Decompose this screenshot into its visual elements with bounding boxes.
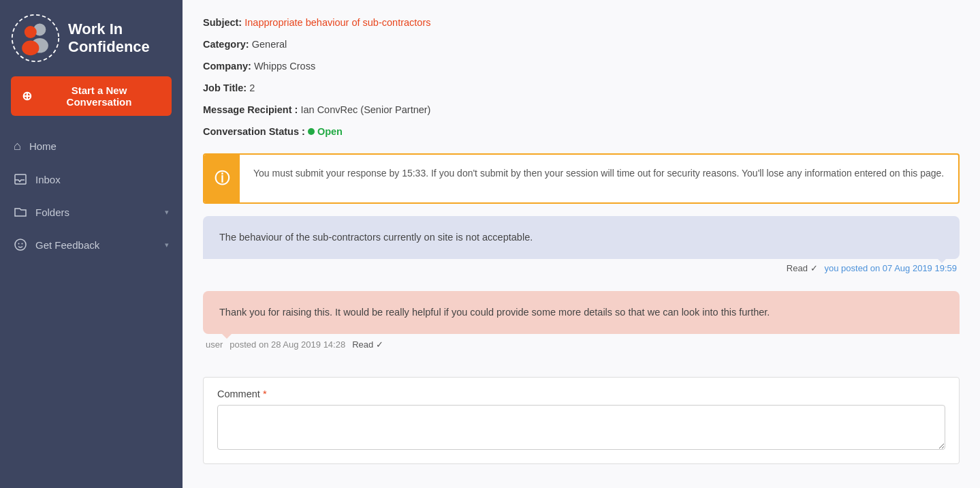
smiley-icon	[14, 238, 27, 251]
sidebar-item-inbox-label: Inbox	[35, 174, 61, 185]
comment-label-text: Comment	[217, 388, 260, 399]
received-posted-label: posted on 28 Aug 2019 14:28	[230, 339, 345, 350]
logo-text: Work In Confidence	[68, 20, 150, 57]
category-label: Category:	[203, 39, 249, 50]
svg-point-7	[18, 243, 20, 245]
message-sent-text: The behaviour of the sub-contractors cur…	[219, 232, 533, 243]
svg-point-3	[25, 26, 37, 38]
posted-time-sent: you posted on 07 Aug 2019 19:59	[825, 263, 957, 273]
svg-point-4	[22, 41, 39, 56]
read-label-sent: Read ✓	[787, 263, 818, 273]
messages-area: The behaviour of the sub-contractors cur…	[203, 216, 960, 361]
svg-point-8	[22, 243, 23, 245]
status-dot	[308, 128, 315, 135]
sidebar-item-home[interactable]: ⌂ Home	[0, 129, 183, 163]
recipient-line: Message Recipient : Ian ConvRec (Senior …	[203, 101, 960, 119]
comment-input[interactable]	[217, 405, 945, 450]
message-sent-meta: Read ✓ you posted on 07 Aug 2019 19:59	[203, 259, 960, 284]
recipient-label: Message Recipient :	[203, 104, 298, 115]
warning-text: You must submit your response by 15:33. …	[240, 155, 958, 192]
received-user-label: user	[206, 339, 223, 350]
sidebar: Work In Confidence ⊕ Start a New Convers…	[0, 0, 183, 488]
recipient-value: Ian ConvRec (Senior Partner)	[300, 104, 430, 115]
home-icon: ⌂	[14, 139, 21, 153]
sidebar-item-inbox[interactable]: Inbox	[0, 163, 183, 196]
warning-icon: ⓘ	[215, 168, 230, 189]
company-label: Company:	[203, 61, 251, 72]
subject-value: Inappropriate behaviour of sub-contracto…	[244, 17, 430, 28]
main-content: Subject: Inappropriate behaviour of sub-…	[183, 0, 980, 488]
message-received: Thank you for raising this. It would be …	[203, 291, 960, 334]
folder-icon	[14, 205, 27, 219]
jobtitle-value: 2	[249, 82, 255, 93]
message-received-text: Thank you for raising this. It would be …	[219, 307, 770, 318]
svg-point-0	[12, 15, 59, 61]
jobtitle-label: Job Title:	[203, 82, 247, 93]
warning-box: ⓘ You must submit your response by 15:33…	[203, 153, 960, 204]
svg-rect-5	[15, 174, 26, 184]
warning-icon-area: ⓘ	[204, 155, 240, 202]
sidebar-item-folders-label: Folders	[35, 207, 69, 218]
sidebar-item-home-label: Home	[29, 140, 57, 152]
status-label: Conversation Status :	[203, 126, 305, 137]
new-conversation-label: Start a New Conversation	[37, 85, 161, 108]
sidebar-item-get-feedback[interactable]: Get Feedback ▾	[0, 228, 183, 261]
plus-circle-icon: ⊕	[22, 89, 32, 104]
company-line: Company: Whipps Cross	[203, 57, 960, 75]
svg-point-6	[15, 239, 26, 250]
comment-section: Comment *	[203, 377, 960, 464]
message-received-meta: user posted on 28 Aug 2019 14:28 Read ✓	[203, 334, 960, 361]
subject-label: Subject:	[203, 17, 242, 28]
new-conversation-button[interactable]: ⊕ Start a New Conversation	[11, 76, 172, 116]
comment-required-marker: *	[263, 388, 267, 399]
chevron-down-icon: ▾	[165, 208, 169, 217]
status-line: Conversation Status : Open	[203, 123, 960, 140]
read-label-received: Read ✓	[352, 339, 383, 350]
category-value: General	[252, 39, 287, 50]
logo-area: Work In Confidence	[0, 0, 183, 76]
subject-line: Subject: Inappropriate behaviour of sub-…	[203, 14, 960, 31]
sidebar-item-get-feedback-label: Get Feedback	[35, 239, 99, 251]
inbox-icon	[14, 172, 27, 186]
jobtitle-line: Job Title: 2	[203, 79, 960, 97]
category-line: Category: General	[203, 35, 960, 53]
message-sent: The behaviour of the sub-contractors cur…	[203, 216, 960, 259]
comment-label: Comment *	[217, 388, 945, 399]
status-value: Open	[317, 126, 343, 137]
sidebar-item-folders[interactable]: Folders ▾	[0, 196, 183, 228]
logo-icon	[11, 14, 60, 63]
chevron-down-icon-2: ▾	[165, 241, 169, 249]
company-value: Whipps Cross	[254, 61, 315, 72]
